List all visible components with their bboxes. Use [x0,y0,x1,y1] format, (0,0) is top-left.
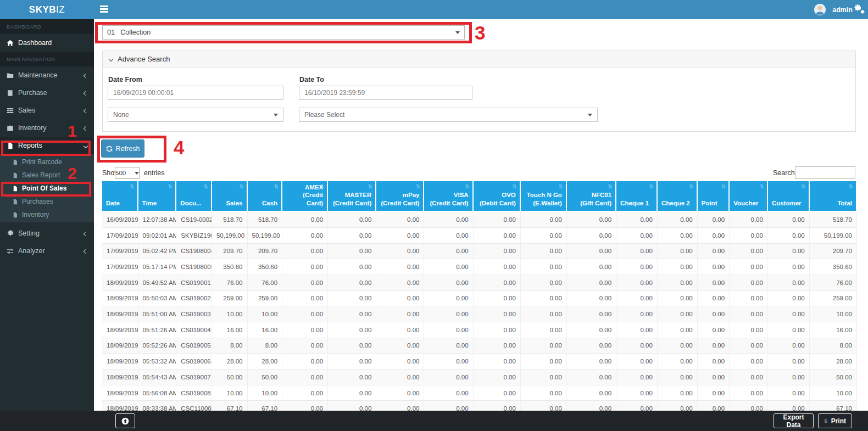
report-type-select[interactable]: 01 Collection [102,25,465,40]
table-cell: 0.00 [616,212,658,228]
table-cell: 16.00 [248,322,283,338]
column-header-cheque-1[interactable]: ⇅Cheque 1 [616,181,658,212]
column-header-cash[interactable]: ⇅Cash [248,181,283,212]
column-header-total[interactable]: ⇅Total [810,181,857,212]
table-cell: 16.00 [212,322,248,338]
table-cell: 0.00 [376,228,424,244]
print-button[interactable]: Print [818,413,852,428]
table-cell: 0.00 [376,275,424,291]
table-cell: 0.00 [328,275,376,291]
column-header-nfc01[interactable]: ⇅NFC01(Gift Card) [567,181,616,212]
caret-down-icon [135,172,139,175]
table-row[interactable]: 17/09/201909:02:01 AMSKYBIZ190...50,199.… [102,228,857,244]
person-icon [814,4,826,15]
table-cell: 0.00 [698,370,730,385]
date-from-label: Date From [108,76,142,83]
filter-select-none[interactable]: None [108,108,283,122]
table-row[interactable]: 18/09/201905:53:32 AMCS01900628.0028.000… [102,354,857,370]
column-header-customer[interactable]: ⇅Customer [768,181,810,212]
table-row[interactable]: 16/09/201912:07:38 AMCS19-0002518.70518.… [102,212,857,228]
caret-down-icon [455,31,460,34]
page-size-select[interactable]: 500 [115,167,140,179]
sidebar-item-reports[interactable]: Reports [0,137,94,154]
sidebar-subitem-print-barcode[interactable]: Print Barcode [0,155,94,169]
pos-table-wrap: ⇅Date⇅Time⇅Docu...⇅Sales⇅Cash⇅AMEX(Credi… [102,181,857,411]
table-cell: CS019002 [176,291,212,307]
column-header-point[interactable]: ⇅Point [698,181,730,212]
table-row[interactable]: 18/09/201905:52:26 AMCS0190058.008.000.0… [102,338,857,354]
table-cell: 0.00 [521,212,567,228]
sidebar-item-sales[interactable]: Sales [0,102,94,119]
brand-logo[interactable]: SKYBIZ [0,0,94,19]
search-input[interactable] [795,166,855,179]
refresh-button[interactable]: Refresh [101,139,144,158]
table-row[interactable]: 18/09/201905:51:26 AMCS01900416.0016.000… [102,322,857,338]
table-cell: 0.00 [730,291,768,307]
table-cell: 0.00 [616,259,658,275]
column-header-amex[interactable]: ⇅AMEX(Credit Card) [282,181,328,212]
sidebar-item-maintenance[interactable]: Maintenance [0,66,94,84]
column-header-time[interactable]: ⇅Time [138,181,177,212]
date-to-input[interactable] [299,86,472,100]
table-cell: 0.00 [521,306,567,322]
table-cell: 0.00 [282,354,328,370]
column-header-master[interactable]: ⇅MASTER(Credit Card) [328,181,376,212]
scroll-top-button[interactable] [115,413,135,428]
filter1-value: None [113,111,129,119]
filter2-value: Please Select [304,111,344,119]
table-cell: 50,199.00 [810,228,857,244]
table-cell: 10.00 [810,385,857,401]
table-cell: 0.00 [616,275,658,291]
table-cell: 50.00 [810,370,857,385]
folder-icon [7,72,14,79]
table-cell: SKYBIZ190... [176,228,212,244]
table-row[interactable]: 17/09/201905:17:14 PMCS19080050350.60350… [102,259,857,275]
table-cell: 0.00 [328,212,376,228]
sidebar-subitem-point-of-sales[interactable]: Point Of Sales [0,182,94,195]
export-data-button[interactable]: Export Data [774,413,814,428]
sidebar-item-label: Sales [18,107,35,114]
table-cell: 05:52:26 AM [138,338,177,354]
table-cell: 50,199.00 [212,228,248,244]
filter-select-please-select[interactable]: Please Select [299,108,598,122]
column-header-mpay[interactable]: ⇅mPay(Credit Card) [376,181,424,212]
sidebar-item-dashboard[interactable]: Dashboard [0,34,94,52]
column-header-voucher[interactable]: ⇅Voucher [730,181,768,212]
sidebar-subitem-sales-report[interactable]: Sales Report [0,169,94,182]
column-header-sales[interactable]: ⇅Sales [212,181,248,212]
brand-light: IZ [56,4,65,15]
table-cell: 0.00 [282,212,328,228]
sidebar-toggle-icon[interactable] [100,5,108,13]
table-cell: 0.00 [768,306,810,322]
sidebar-subitem-inventory[interactable]: Inventory [0,208,94,221]
table-row[interactable]: 18/09/201905:51:00 AMCS01900310.0010.000… [102,306,857,322]
table-cell: 0.00 [282,259,328,275]
table-row[interactable]: 18/09/201905:54:43 AMCS01900750.0050.000… [102,370,857,385]
table-cell: 05:56:08 AM [138,385,177,401]
settings-cogs-icon[interactable] [853,4,865,15]
table-cell: 0.00 [328,338,376,354]
table-cell: 0.00 [424,306,473,322]
sidebar-item-analyzer[interactable]: Analyzer [0,242,94,260]
table-cell: 350.60 [248,259,283,275]
sidebar-subitem-purchases[interactable]: Purchases [0,195,94,208]
column-header-date[interactable]: ⇅Date [102,181,138,212]
table-row[interactable]: 18/09/201905:49:52 AMCS01900176.0076.000… [102,275,857,291]
sidebar-item-inventory[interactable]: Inventory [0,119,94,137]
table-cell: 05:54:43 AM [138,370,177,385]
column-header-touch-n-go[interactable]: ⇅Touch N Go(E-Wallet) [521,181,567,212]
table-row[interactable]: 17/09/201905:02:42 PMCS19080044209.70209… [102,244,857,260]
table-row[interactable]: 18/09/201905:50:03 AMCS019002259.00259.0… [102,291,857,307]
sidebar-item-purchase[interactable]: Purchase [0,84,94,102]
table-row[interactable]: 18/09/201905:56:08 AMCS01900810.0010.000… [102,385,857,401]
table-row[interactable]: 18/09/201908:33:38 AMCSC11000...67.1067.… [102,401,857,411]
username-label[interactable]: admin [832,6,853,14]
user-avatar[interactable] [814,4,826,15]
column-header-visa[interactable]: ⇅VISA(Credit Card) [424,181,473,212]
column-header-cheque-2[interactable]: ⇅Cheque 2 [658,181,698,212]
advance-search-header[interactable]: Advance Search [103,51,855,68]
column-header-docu[interactable]: ⇅Docu... [176,181,212,212]
date-from-input[interactable] [108,86,283,100]
column-header-ovo[interactable]: ⇅OVO(Debit Card) [474,181,521,212]
sidebar-item-setting[interactable]: Setting [0,225,94,242]
